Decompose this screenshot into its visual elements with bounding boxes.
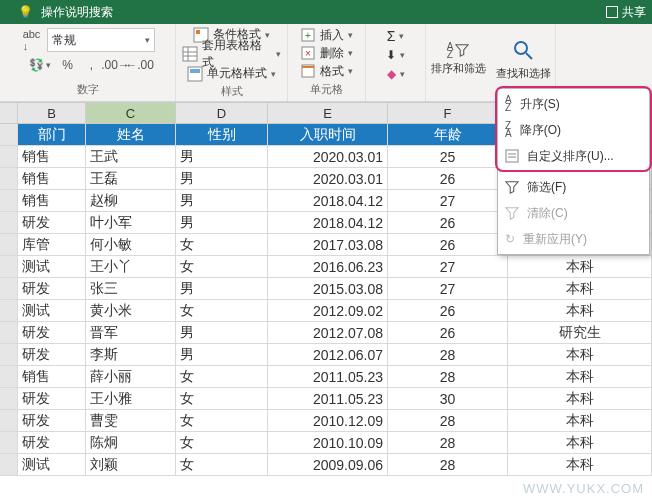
cell[interactable]: 女 [176,410,268,431]
cell[interactable]: 30 [388,388,508,409]
cell[interactable]: 27 [388,278,508,299]
cell[interactable]: 测试 [18,454,86,475]
tell-me-search[interactable]: 操作说明搜索 [41,4,113,21]
cell[interactable]: 男 [176,168,268,189]
cell[interactable]: 26 [388,300,508,321]
accounting-button[interactable]: 💱▾ [25,54,55,76]
cell[interactable]: 28 [388,432,508,453]
col-header[interactable]: C [86,102,176,123]
cell[interactable]: 2010.10.09 [268,432,388,453]
col-header[interactable]: F [388,102,508,123]
delete-button[interactable]: × 删除▾ [300,44,353,62]
col-header[interactable]: D [176,102,268,123]
cell[interactable]: 2020.03.01 [268,146,388,167]
cell[interactable]: 本科 [508,432,652,453]
cell[interactable]: 本科 [508,300,652,321]
find-select-button[interactable]: 查找和选择 [493,26,553,92]
cell[interactable]: 2016.06.23 [268,256,388,277]
cell[interactable]: 女 [176,366,268,387]
col-header[interactable]: E [268,102,388,123]
cell[interactable]: 2017.03.08 [268,234,388,255]
insert-button[interactable]: + 插入▾ [300,26,353,44]
cell[interactable]: 26 [388,234,508,255]
cell[interactable]: 本科 [508,344,652,365]
cell[interactable]: 黄小米 [86,300,176,321]
cell[interactable]: 27 [388,256,508,277]
cell[interactable]: 研发 [18,212,86,233]
cell[interactable]: 陈炯 [86,432,176,453]
select-all-corner[interactable] [0,102,18,123]
cell[interactable]: 测试 [18,300,86,321]
cell[interactable]: 男 [176,344,268,365]
decrease-decimal-button[interactable]: ←.00 [129,54,151,76]
cell[interactable]: 2010.12.09 [268,410,388,431]
cell[interactable]: 本科 [508,454,652,475]
cell[interactable]: 销售 [18,168,86,189]
cell[interactable]: 28 [388,454,508,475]
cell[interactable]: 2018.04.12 [268,190,388,211]
cell[interactable]: 女 [176,300,268,321]
header-cell[interactable]: 部门 [18,124,86,145]
cell[interactable]: 女 [176,432,268,453]
cell[interactable]: 曹雯 [86,410,176,431]
cell[interactable]: 男 [176,212,268,233]
format-button[interactable]: 格式▾ [300,62,353,80]
cell[interactable]: 26 [388,322,508,343]
cell[interactable]: 2012.07.08 [268,322,388,343]
cell[interactable]: 叶小军 [86,212,176,233]
autosum-button[interactable]: Σ▾ [387,26,405,45]
cell[interactable]: 男 [176,322,268,343]
cell[interactable]: 研究生 [508,322,652,343]
cell[interactable]: 测试 [18,256,86,277]
cell[interactable]: 28 [388,366,508,387]
cell[interactable]: 晋军 [86,322,176,343]
cell[interactable]: 张三 [86,278,176,299]
cell[interactable]: 2012.09.02 [268,300,388,321]
cell[interactable]: 库管 [18,234,86,255]
cell[interactable]: 王小雅 [86,388,176,409]
cell[interactable]: 本科 [508,278,652,299]
col-header[interactable]: B [18,102,86,123]
menu-sort-desc[interactable]: ZA 降序(O) [499,117,648,143]
cell[interactable]: 27 [388,190,508,211]
cell[interactable]: 男 [176,146,268,167]
cell[interactable]: 2012.06.07 [268,344,388,365]
cell[interactable]: 本科 [508,410,652,431]
cell[interactable]: 研发 [18,322,86,343]
cell[interactable]: 2015.03.08 [268,278,388,299]
increase-decimal-button[interactable]: .00→ [105,54,127,76]
cell[interactable]: 女 [176,388,268,409]
cell[interactable]: 销售 [18,366,86,387]
cell[interactable]: 26 [388,168,508,189]
cell[interactable]: 2011.05.23 [268,366,388,387]
cell[interactable]: 王磊 [86,168,176,189]
cell-styles-button[interactable]: 单元格样式▾ [187,65,276,82]
cell[interactable]: 2011.05.23 [268,388,388,409]
cell[interactable]: 本科 [508,388,652,409]
cell[interactable]: 男 [176,278,268,299]
number-format-combo[interactable]: 常规 ▾ [47,28,155,52]
cell[interactable]: 2018.04.12 [268,212,388,233]
format-as-table-button[interactable]: 套用表格格式▾ [182,43,281,65]
cell[interactable]: 销售 [18,146,86,167]
header-cell[interactable]: 入职时间 [268,124,388,145]
cell[interactable]: 本科 [508,256,652,277]
clear-button[interactable]: ◆▾ [387,64,405,83]
cell[interactable]: 28 [388,344,508,365]
menu-custom-sort[interactable]: 自定义排序(U)... [499,143,648,169]
cell[interactable]: 2020.03.01 [268,168,388,189]
menu-sort-asc[interactable]: AZ 升序(S) [499,91,648,117]
cell[interactable]: 本科 [508,366,652,387]
phonetic-button[interactable]: abc↓ [21,29,43,51]
header-cell[interactable]: 性别 [176,124,268,145]
cell[interactable]: 26 [388,212,508,233]
cell[interactable]: 销售 [18,190,86,211]
cell[interactable]: 研发 [18,388,86,409]
cell[interactable]: 王小丫 [86,256,176,277]
comma-button[interactable]: , [81,54,103,76]
cell[interactable]: 王武 [86,146,176,167]
cell[interactable]: 女 [176,234,268,255]
menu-filter[interactable]: 筛选(F) [499,174,648,200]
cell[interactable]: 薛小丽 [86,366,176,387]
cell[interactable]: 2009.09.06 [268,454,388,475]
